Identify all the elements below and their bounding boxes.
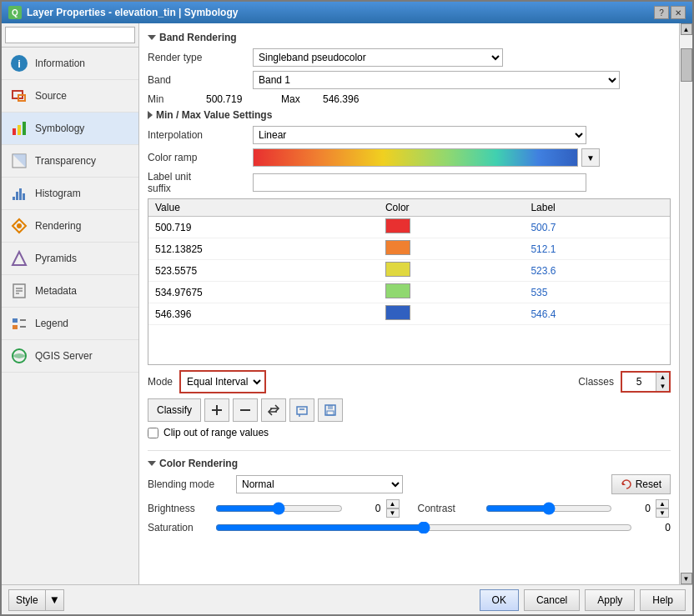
brightness-spin-down[interactable]: ▼ (386, 508, 400, 518)
search-box[interactable] (2, 23, 138, 48)
titlebar-buttons: ? ✕ (654, 6, 686, 19)
max-value: 546.396 (323, 93, 359, 105)
brightness-value: 0 (348, 503, 381, 514)
cancel-button[interactable]: Cancel (524, 589, 580, 611)
cell-value: 534.97675 (148, 282, 379, 303)
rendering-icon (10, 217, 28, 235)
color-rendering-header: Color Rendering (148, 458, 671, 469)
clip-checkbox[interactable] (148, 428, 158, 438)
cell-color[interactable] (379, 260, 524, 282)
band-label: Band (148, 74, 248, 86)
max-label: Max (281, 93, 314, 105)
clip-label: Clip out of range values (163, 427, 269, 438)
invert-button[interactable] (261, 398, 286, 422)
sidebar: i Information Source Symbolog (2, 23, 139, 584)
col-header-label: Label (524, 199, 670, 217)
classes-input-container: ▲ ▼ (621, 371, 671, 393)
sidebar-item-metadata[interactable]: Metadata (2, 275, 138, 308)
sidebar-item-source[interactable]: Source (2, 80, 138, 113)
band-rendering-collapse-icon[interactable] (148, 35, 156, 40)
blending-select[interactable]: Normal Multiply Screen (236, 475, 403, 493)
brightness-slider[interactable] (215, 502, 343, 515)
sidebar-item-rendering[interactable]: Rendering (2, 210, 138, 243)
cell-label: 523.6 (524, 260, 670, 282)
sidebar-label-symbology: Symbology (35, 123, 84, 134)
classes-spin-up[interactable]: ▲ (656, 373, 669, 382)
color-ramp-dropdown-btn[interactable]: ▼ (581, 148, 600, 167)
help-button[interactable]: Help (640, 589, 686, 611)
sidebar-label-transparency: Transparency (35, 155, 96, 167)
bottom-buttons: OK Cancel Apply Help (480, 589, 686, 611)
classes-spin-down[interactable]: ▼ (656, 382, 669, 391)
svg-rect-4 (23, 122, 26, 135)
label-unit-input[interactable] (253, 173, 586, 192)
clip-row: Clip out of range values (148, 427, 671, 438)
contrast-slider[interactable] (485, 502, 613, 515)
add-class-button[interactable] (204, 398, 229, 422)
cell-color[interactable] (379, 217, 524, 238)
interpolation-select[interactable]: Linear Discrete Exact (253, 126, 586, 144)
color-table-container: Value Color Label 500.719 500.7 512.1382… (148, 198, 671, 365)
color-rendering-collapse-icon[interactable] (148, 461, 156, 466)
sidebar-item-pyramids[interactable]: Pyramids (2, 243, 138, 275)
sidebar-item-symbology[interactable]: Symbology (2, 113, 138, 145)
scroll-down-btn[interactable]: ▼ (681, 573, 692, 584)
contrast-spin-down[interactable]: ▼ (656, 508, 669, 518)
app-icon: Q (8, 6, 22, 19)
cell-label: 512.1 (524, 238, 670, 260)
render-type-select[interactable]: Singleband pseudocolor (253, 48, 503, 67)
load-colormap-button[interactable] (289, 398, 314, 422)
close-titlebar-btn[interactable]: ✕ (671, 6, 686, 19)
cell-label: 535 (524, 282, 670, 303)
scroll-up-btn[interactable]: ▲ (681, 23, 692, 35)
save-colormap-button[interactable] (318, 398, 343, 422)
color-ramp-display[interactable] (253, 148, 578, 167)
reset-button[interactable]: Reset (611, 474, 671, 494)
band-select[interactable]: Band 1 (253, 71, 620, 89)
contrast-value: 0 (617, 503, 651, 514)
classify-button[interactable]: Classify (148, 398, 201, 422)
saturation-slider[interactable] (215, 522, 632, 533)
cell-value: 512.13825 (148, 238, 379, 260)
sidebar-label-histogram: Histogram (35, 188, 81, 199)
cell-label: 546.4 (524, 303, 670, 325)
search-input[interactable] (5, 27, 135, 43)
color-rendering-section: Color Rendering Blending mode Normal Mul… (148, 450, 671, 538)
help-titlebar-btn[interactable]: ? (654, 6, 669, 19)
sidebar-item-qgis-server[interactable]: QGIS Server (2, 340, 138, 373)
svg-rect-8 (16, 192, 18, 200)
sidebar-item-transparency[interactable]: Transparency (2, 145, 138, 178)
remove-class-button[interactable] (233, 398, 258, 422)
table-row: 512.13825 512.1 (148, 238, 670, 260)
sidebar-item-information[interactable]: i Information (2, 48, 138, 80)
scrollbar[interactable]: ▲ ▼ (679, 23, 692, 584)
ok-button[interactable]: OK (480, 589, 519, 611)
histogram-icon (10, 184, 28, 203)
pyramids-icon (10, 249, 28, 268)
style-dropdown-btn[interactable]: ▼ (45, 589, 63, 611)
sidebar-item-histogram[interactable]: Histogram (2, 178, 138, 210)
mode-label: Mode (148, 376, 173, 388)
band-rendering-section: Band Rendering Render type Singleband ps… (148, 32, 671, 445)
svg-rect-3 (18, 125, 21, 135)
cell-color[interactable] (379, 303, 524, 325)
sidebar-label-source: Source (35, 90, 67, 102)
sidebar-label-pyramids: Pyramids (35, 253, 77, 264)
svg-rect-9 (19, 188, 22, 200)
table-row: 534.97675 535 (148, 282, 670, 303)
classes-input[interactable] (622, 373, 656, 391)
cell-color[interactable] (379, 282, 524, 303)
band-rendering-header: Band Rendering (148, 32, 671, 43)
contrast-spin-up[interactable]: ▲ (656, 499, 669, 508)
cell-color[interactable] (379, 238, 524, 260)
sidebar-label-information: Information (35, 58, 85, 69)
sidebar-item-legend[interactable]: Legend (2, 308, 138, 340)
style-button[interactable]: Style (9, 589, 45, 611)
blending-label: Blending mode (148, 478, 231, 490)
brightness-spin-up[interactable]: ▲ (386, 499, 400, 508)
apply-button[interactable]: Apply (585, 589, 635, 611)
scroll-thumb[interactable] (681, 48, 692, 82)
svg-rect-10 (23, 193, 25, 200)
min-max-settings-row[interactable]: Min / Max Value Settings (148, 109, 671, 121)
mode-select[interactable]: Equal Interval Quantile Jenks (182, 373, 264, 391)
